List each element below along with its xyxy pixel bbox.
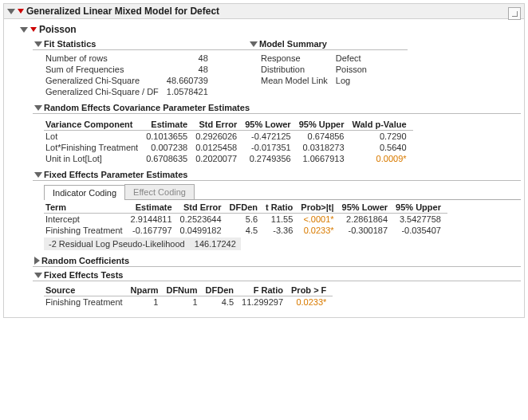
fit-stats-header: Fit Statistics (33, 38, 248, 50)
main-title: Generalized Linear Mixed Model for Defec… (26, 6, 219, 17)
summary-row: Fit Statistics Number of rows48 Sum of F… (33, 38, 521, 97)
model-summary-table: ResponseDefect DistributionPoisson Mean … (259, 53, 373, 86)
random-coef-box: Random Coefficients (33, 255, 521, 267)
poisson-title: Poisson (39, 24, 77, 35)
random-cov-table: Variance Component Estimate Std Error 95… (44, 119, 413, 164)
table-row: Lot*Finishing Treatment 0.007238 0.01254… (44, 142, 413, 153)
disclosure-icon[interactable] (250, 41, 258, 47)
poisson-header: Poisson (18, 21, 522, 37)
table-row: DistributionPoisson (259, 64, 373, 75)
fixed-params-title: Fixed Effects Parameter Estimates (44, 170, 187, 179)
random-coef-header: Random Coefficients (33, 255, 521, 267)
fixed-tests-title: Fixed Effects Tests (44, 270, 123, 280)
fit-stats-title: Fit Statistics (44, 39, 96, 49)
hotspot-icon[interactable] (17, 7, 25, 15)
fixed-tests-box: Fixed Effects Tests Source Nparm DFNum D… (33, 269, 521, 308)
fixed-params-header: Fixed Effects Parameter Estimates (33, 169, 521, 181)
residual-ll-row: -2 Residual Log Pseudo-Likelihood 146.17… (44, 237, 241, 250)
table-row: Sum of Frequencies48 (44, 64, 215, 75)
table-row: ResponseDefect (259, 53, 373, 64)
table-row: Generalized Chi-Square / DF1.0578421 (44, 86, 215, 97)
table-row: Finishing Treatment -0.167797 0.0499182 … (44, 225, 447, 236)
table-row: Unit in Lot[Lot] 0.6708635 0.2020077 0.2… (44, 153, 413, 164)
model-summary-box: Model Summary ResponseDefect Distributio… (248, 38, 408, 86)
table-row: Number of rows48 (44, 53, 215, 64)
model-summary-header: Model Summary (248, 38, 408, 50)
random-cov-header: Random Effects Covariance Parameter Esti… (33, 102, 521, 114)
model-summary-title: Model Summary (259, 39, 327, 49)
fit-stats-table: Number of rows48 Sum of Frequencies48 Ge… (44, 53, 215, 97)
fixed-tests-header: Fixed Effects Tests (33, 269, 521, 281)
table-row: Finishing Treatment 1 1 4.5 11.299297 0.… (44, 296, 333, 308)
residual-ll-value: 146.17242 (195, 239, 236, 249)
random-coef-title: Random Coefficients (41, 256, 129, 265)
disclosure-icon[interactable] (7, 9, 15, 14)
table-row: Mean Model LinkLog (259, 75, 373, 86)
tab-indicator-coding[interactable]: Indicator Coding (44, 185, 125, 200)
coding-tabs: Indicator Coding Effect Coding (44, 184, 521, 200)
fixed-tests-table: Source Nparm DFNum DFDen F Ratio Prob > … (44, 285, 333, 308)
disclosure-icon[interactable] (34, 105, 42, 111)
hotspot-icon[interactable] (30, 26, 37, 33)
disclosure-icon[interactable] (34, 257, 40, 265)
table-row: Lot 0.1013655 0.2926026 -0.472125 0.6748… (44, 131, 413, 143)
table-row: Intercept 2.9144811 0.2523644 5.6 11.55 … (44, 214, 447, 226)
table-header-row: Term Estimate Std Error DFDen t Ratio Pr… (44, 202, 447, 214)
disclosure-icon[interactable] (34, 172, 42, 178)
popout-icon[interactable] (508, 7, 521, 20)
main-panel: Generalized Linear Mixed Model for Defec… (3, 3, 525, 318)
table-header-row: Source Nparm DFNum DFDen F Ratio Prob > … (44, 285, 333, 296)
main-header: Generalized Linear Mixed Model for Defec… (4, 4, 524, 19)
fit-stats-box: Fit Statistics Number of rows48 Sum of F… (33, 38, 248, 97)
fixed-params-table: Term Estimate Std Error DFDen t Ratio Pr… (44, 202, 447, 236)
disclosure-icon[interactable] (20, 27, 28, 33)
fixed-params-box: Fixed Effects Parameter Estimates Indica… (33, 169, 521, 250)
table-row: Generalized Chi-Square48.660739 (44, 75, 215, 86)
random-cov-title: Random Effects Covariance Parameter Esti… (44, 103, 250, 112)
disclosure-icon[interactable] (34, 273, 42, 278)
table-header-row: Variance Component Estimate Std Error 95… (44, 119, 413, 131)
residual-ll-label: -2 Residual Log Pseudo-Likelihood (49, 239, 185, 249)
disclosure-icon[interactable] (34, 41, 42, 47)
tab-effect-coding[interactable]: Effect Coding (124, 184, 195, 199)
random-cov-box: Random Effects Covariance Parameter Esti… (33, 102, 521, 164)
